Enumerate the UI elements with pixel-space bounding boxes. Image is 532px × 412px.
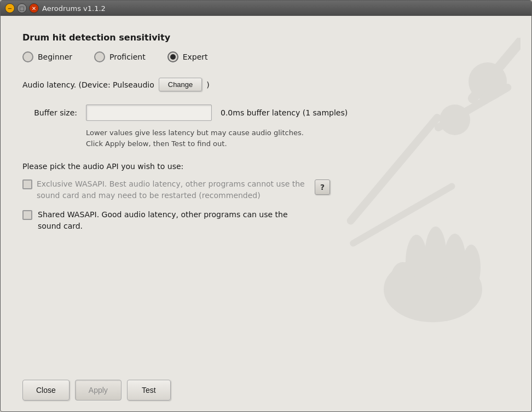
buffer-hint: Lower values give less latency but may c… xyxy=(86,127,510,149)
audio-latency-label: Audio latency. (Device: Pulseaudio xyxy=(22,80,154,89)
maximize-button[interactable]: □ xyxy=(17,3,27,13)
radio-option-beginner[interactable]: Beginner xyxy=(22,51,72,62)
radio-proficient-label: Proficient xyxy=(109,53,146,61)
svg-rect-1 xyxy=(466,38,521,105)
title-bar: − □ ✕ Aerodrums v1.1.2 xyxy=(1,1,531,16)
buffer-input[interactable] xyxy=(86,105,212,121)
hint-line1: Lower values give less latency but may c… xyxy=(86,129,304,137)
checkbox-exclusive[interactable] xyxy=(22,179,32,189)
hint-line2: Click Apply below, then Test to find out… xyxy=(86,140,227,148)
buffer-row: Buffer size: 0.0ms buffer latency (1 sam… xyxy=(22,105,510,121)
bottom-buttons: Close Apply Test xyxy=(1,374,531,411)
checkbox-shared[interactable] xyxy=(22,210,32,220)
svg-point-9 xyxy=(444,234,466,288)
svg-point-7 xyxy=(406,235,427,289)
api-option-shared: Shared WASAPI. Good audio latency, other… xyxy=(22,209,510,232)
radio-option-expert[interactable]: Expert xyxy=(167,51,208,62)
svg-point-8 xyxy=(425,227,447,287)
window-controls: − □ ✕ xyxy=(5,3,39,13)
radio-expert-dot xyxy=(170,54,176,60)
sensitivity-title: Drum hit detection sensitivity xyxy=(22,32,510,43)
api-options: Exclusive WASAPI. Best audio latency, ot… xyxy=(22,178,510,232)
close-paren: ) xyxy=(206,80,209,89)
close-window-button[interactable]: ✕ xyxy=(29,3,39,13)
radio-expert[interactable] xyxy=(167,51,178,62)
radio-beginner[interactable] xyxy=(22,51,33,62)
radio-expert-label: Expert xyxy=(183,53,208,61)
buffer-label: Buffer size: xyxy=(22,108,77,117)
test-button[interactable]: Test xyxy=(127,380,171,401)
buffer-info: 0.0ms buffer latency (1 samples) xyxy=(221,108,348,117)
exclusive-row: Exclusive WASAPI. Best audio latency, ot… xyxy=(22,178,330,201)
radio-beginner-label: Beginner xyxy=(38,53,72,61)
radio-proficient[interactable] xyxy=(94,51,105,62)
window-title: Aerodrums v1.1.2 xyxy=(42,4,527,13)
exclusive-wasapi-label: Exclusive WASAPI. Best audio latency, ot… xyxy=(37,178,310,201)
shared-wasapi-label: Shared WASAPI. Good audio latency, other… xyxy=(38,209,311,232)
change-button[interactable]: Change xyxy=(159,78,203,91)
minimize-button[interactable]: − xyxy=(5,3,15,13)
svg-point-10 xyxy=(462,245,481,291)
main-window: − □ ✕ Aerodrums v1.1.2 Drum hit detectio… xyxy=(0,0,532,412)
help-button[interactable]: ? xyxy=(315,179,330,195)
close-button[interactable]: Close xyxy=(22,380,70,401)
api-option-exclusive: Exclusive WASAPI. Best audio latency, ot… xyxy=(22,178,510,201)
apply-button[interactable]: Apply xyxy=(75,380,122,401)
api-section-label: Please pick the audio API you wish to us… xyxy=(22,162,510,171)
audio-latency-row: Audio latency. (Device: Pulseaudio Chang… xyxy=(22,78,510,91)
svg-point-6 xyxy=(384,257,482,322)
radio-option-proficient[interactable]: Proficient xyxy=(94,51,146,62)
svg-point-11 xyxy=(391,262,415,295)
exclusive-text-help: Exclusive WASAPI. Best audio latency, ot… xyxy=(37,178,330,201)
sensitivity-radio-group: Beginner Proficient Expert xyxy=(22,51,510,62)
content-area: Drum hit detection sensitivity Beginner … xyxy=(1,16,531,374)
